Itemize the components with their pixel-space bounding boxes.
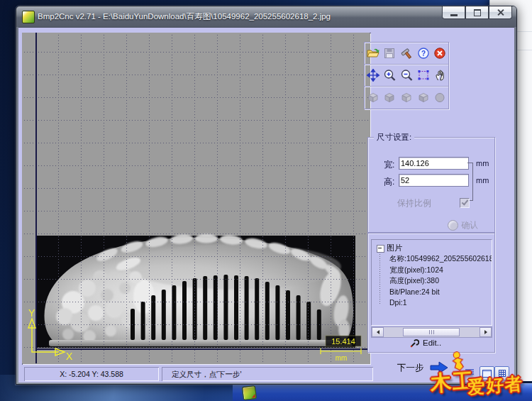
sphere-icon	[433, 91, 446, 104]
help-icon: ?	[417, 47, 430, 60]
hand-icon	[433, 69, 446, 82]
tree-item-dpi[interactable]: Dpi:1	[389, 297, 492, 309]
zoom-in-icon	[383, 69, 396, 82]
scroll-left-button[interactable]	[372, 327, 384, 337]
minimize-button[interactable]	[442, 6, 465, 19]
screen: 日期 6/5 6/5 6/5 6/5 1/3 6/9 6/1 8:53 Bmp2…	[0, 0, 532, 401]
image-info-group: 图片 名称:10549962_205255602618 宽度(pixel):10…	[367, 233, 495, 353]
document-icon	[482, 370, 492, 378]
keep-ratio-label: 保持比例	[397, 197, 431, 209]
canvas-area[interactable]: Y X 15.414 mm	[22, 33, 371, 365]
svg-text:?: ?	[421, 50, 426, 57]
open-file-button[interactable]	[365, 44, 381, 62]
axis-x-label: X	[66, 351, 73, 362]
zoom-out-button[interactable]	[399, 66, 414, 84]
next-step-button[interactable]: 下一步	[397, 361, 448, 375]
image-info-tree: 图片 名称:10549962_205255602618 宽度(pixel):10…	[371, 239, 492, 326]
cube-icon	[383, 91, 396, 104]
view3d-button-1[interactable]	[365, 88, 381, 106]
view3d-button-4[interactable]	[416, 88, 431, 106]
title-bar[interactable]: Bmp2Cnc v2.71 - E:\BaiduYunDownload\百寿图\…	[16, 6, 516, 27]
save-floppy-icon	[382, 47, 397, 60]
next-step-label: 下一步	[397, 362, 424, 374]
pan-button[interactable]	[432, 66, 448, 84]
width-label: 宽:	[384, 159, 394, 171]
close-icon	[497, 9, 504, 16]
cube-icon	[367, 91, 379, 104]
confirm-button[interactable]: 确认	[448, 219, 478, 231]
zoom-out-icon	[400, 69, 413, 82]
canvas-viewport[interactable]: Y X 15.414 mm	[22, 33, 370, 363]
app-window: Bmp2Cnc v2.71 - E:\BaiduYunDownload\百寿图\…	[16, 6, 517, 385]
confirm-label: 确认	[461, 219, 478, 231]
move-arrows-icon	[367, 69, 379, 82]
minimize-icon	[450, 14, 458, 16]
status-message: 定义尺寸，点'下一步'	[162, 367, 373, 381]
exit-button[interactable]	[432, 44, 448, 62]
tree-item-bitplane[interactable]: Bit/Plane:24 bit	[389, 287, 492, 298]
wrench-icon	[409, 338, 419, 348]
tree-item-name[interactable]: 名称:10549962_205255602618	[389, 253, 492, 265]
window-controls	[442, 6, 512, 19]
fit-view-button[interactable]	[365, 66, 381, 84]
size-settings-group: 尺寸设置: 宽: mm 高: mm 保持比例 确认	[367, 137, 495, 233]
next-arrow-icon	[430, 361, 448, 375]
toolbox: ?	[364, 42, 449, 109]
select-region-button[interactable]	[416, 66, 431, 84]
check-icon	[462, 198, 469, 205]
view3d-button-2[interactable]	[382, 88, 397, 106]
height-unit: mm	[476, 176, 489, 185]
toolbar-row-3	[365, 87, 448, 108]
tree-item-width[interactable]: 宽度(pixel):1024	[389, 265, 492, 276]
illegible-blue-text	[465, 369, 474, 375]
tree-item-height[interactable]: 高度(pixel):380	[389, 275, 492, 287]
maximize-icon	[474, 9, 481, 16]
selection-rect-icon	[417, 69, 430, 82]
zoom-in-button[interactable]	[382, 66, 397, 84]
tree-root-label[interactable]: 图片	[387, 243, 402, 253]
scale-value: 15.414	[331, 337, 355, 346]
ratio-link-bracket	[467, 163, 473, 201]
help-button[interactable]: ?	[416, 44, 431, 62]
width-input[interactable]	[399, 157, 469, 170]
tree-line	[379, 252, 380, 304]
tree-collapse-icon[interactable]	[377, 245, 384, 253]
scale-unit: mm	[336, 354, 348, 362]
render-button[interactable]	[432, 88, 448, 106]
size-settings-legend: 尺寸设置:	[374, 132, 414, 143]
toolbar-row-2	[365, 65, 448, 87]
left-arrow-icon	[377, 330, 379, 334]
open-folder-icon	[366, 47, 380, 60]
preview-button[interactable]	[480, 366, 494, 380]
taskbar-app-icon[interactable]	[242, 385, 257, 400]
cube-icon	[400, 91, 413, 104]
scrollbar-thumb[interactable]	[403, 328, 460, 336]
axis-y-label: Y	[28, 307, 35, 319]
cube-icon	[417, 91, 430, 104]
grid-icon	[499, 370, 506, 377]
right-arrow-icon	[484, 330, 487, 334]
width-unit: mm	[476, 159, 489, 167]
view3d-button-3[interactable]	[399, 88, 414, 106]
maximize-button[interactable]	[465, 6, 489, 19]
close-button[interactable]	[489, 6, 512, 19]
edit-button[interactable]: Edit..	[409, 338, 441, 348]
exit-icon	[433, 47, 446, 60]
confirm-icon	[448, 220, 458, 231]
status-coordinates: X: -5.204 Y: 43.588	[24, 367, 159, 381]
hammer-icon	[399, 47, 414, 60]
toolbar-row-1: ?	[365, 43, 448, 65]
scroll-right-button[interactable]	[480, 327, 492, 337]
grid-overlay	[22, 33, 370, 363]
grid-toggle-button[interactable]	[494, 366, 509, 380]
tree-horizontal-scrollbar[interactable]	[371, 326, 492, 338]
edit-label: Edit..	[423, 339, 441, 347]
save-button[interactable]	[382, 44, 397, 62]
client-area: Y X 15.414 mm	[18, 27, 514, 383]
height-label: 高:	[384, 176, 394, 188]
taskbar[interactable]	[233, 383, 532, 401]
window-title: Bmp2Cnc v2.71 - E:\BaiduYunDownload\百寿图\…	[38, 6, 331, 27]
tools-button[interactable]	[399, 44, 414, 62]
height-input[interactable]	[399, 174, 469, 187]
keep-ratio-checkbox[interactable]	[460, 198, 470, 208]
